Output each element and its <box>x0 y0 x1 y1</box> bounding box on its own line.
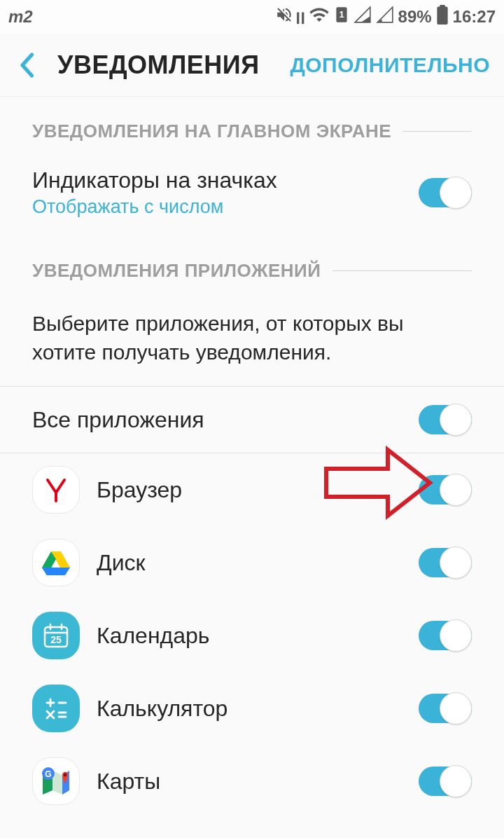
svg-point-25 <box>64 774 67 777</box>
carrier-label: т2 <box>8 7 33 27</box>
app-label: Календарь <box>97 623 210 649</box>
all-apps-label: Все приложения <box>32 407 204 433</box>
app-label: Браузер <box>97 477 182 503</box>
status-bar: т2 ❙❙ 1 89% 16:27 <box>0 0 504 34</box>
badge-toggle[interactable] <box>419 178 472 207</box>
svg-rect-3 <box>440 5 445 8</box>
app-toggle[interactable] <box>419 621 472 650</box>
badge-indicators-row[interactable]: Индикаторы на значках Отображать с число… <box>0 155 504 236</box>
app-row-maps[interactable]: G Карты <box>0 745 504 818</box>
app-toggle[interactable] <box>419 767 472 796</box>
badge-subtitle: Отображать с числом <box>32 196 277 218</box>
app-label: Калькулятор <box>97 696 227 722</box>
google-drive-icon <box>32 539 80 586</box>
signal-1-icon <box>354 6 372 28</box>
wifi-icon <box>309 6 330 28</box>
section-header-app-notifications: УВЕДОМЛЕНИЯ ПРИЛОЖЕНИЙ <box>0 236 504 294</box>
svg-text:G: G <box>45 769 51 779</box>
back-button[interactable] <box>11 50 42 81</box>
sim-icon: 1 <box>334 6 349 28</box>
svg-marker-7 <box>42 568 70 575</box>
section-header-home-screen: УВЕДОМЛЕНИЯ НА ГЛАВНОМ ЭКРАНЕ <box>0 97 504 155</box>
app-label: Диск <box>97 550 146 576</box>
app-notifications-description: Выберите приложения, от которых вы хотит… <box>0 294 504 387</box>
app-toggle[interactable] <box>419 475 472 504</box>
calculator-icon <box>32 685 80 732</box>
all-apps-row[interactable]: Все приложения <box>0 387 504 453</box>
app-row-calculator[interactable]: Калькулятор <box>0 672 504 745</box>
app-row-browser[interactable]: Браузер <box>0 453 504 526</box>
app-list: Все приложения Браузер Диск 25 Календарь <box>0 387 504 818</box>
yandex-browser-icon <box>32 466 80 514</box>
battery-icon <box>436 5 449 29</box>
app-toggle[interactable] <box>419 548 472 577</box>
vibrate-icon: ❙❙ <box>293 11 303 24</box>
app-row-calendar[interactable]: 25 Календарь <box>0 599 504 672</box>
app-row-drive[interactable]: Диск <box>0 526 504 599</box>
all-apps-toggle[interactable] <box>419 405 472 434</box>
divider <box>332 270 472 272</box>
app-toggle[interactable] <box>419 694 472 723</box>
badge-title: Индикаторы на значках <box>32 167 277 193</box>
section-header-label: УВЕДОМЛЕНИЯ НА ГЛАВНОМ ЭКРАНЕ <box>32 121 391 142</box>
signal-2-icon <box>376 6 394 28</box>
time-label: 16:27 <box>453 7 496 27</box>
app-label: Карты <box>97 769 160 795</box>
google-maps-icon: G <box>32 757 80 805</box>
divider <box>402 131 472 132</box>
svg-text:25: 25 <box>50 634 62 645</box>
page-title: УВЕДОМЛЕНИЯ <box>57 50 260 80</box>
svg-rect-2 <box>437 7 447 25</box>
header-bar: УВЕДОМЛЕНИЯ ДОПОЛНИТЕЛЬНО <box>0 34 504 97</box>
battery-percent: 89% <box>398 7 432 27</box>
mute-icon <box>275 6 293 28</box>
svg-text:1: 1 <box>339 9 344 20</box>
advanced-button[interactable]: ДОПОЛНИТЕЛЬНО <box>290 53 490 77</box>
calendar-icon: 25 <box>32 612 80 659</box>
section-header-label: УВЕДОМЛЕНИЯ ПРИЛОЖЕНИЙ <box>32 260 321 282</box>
